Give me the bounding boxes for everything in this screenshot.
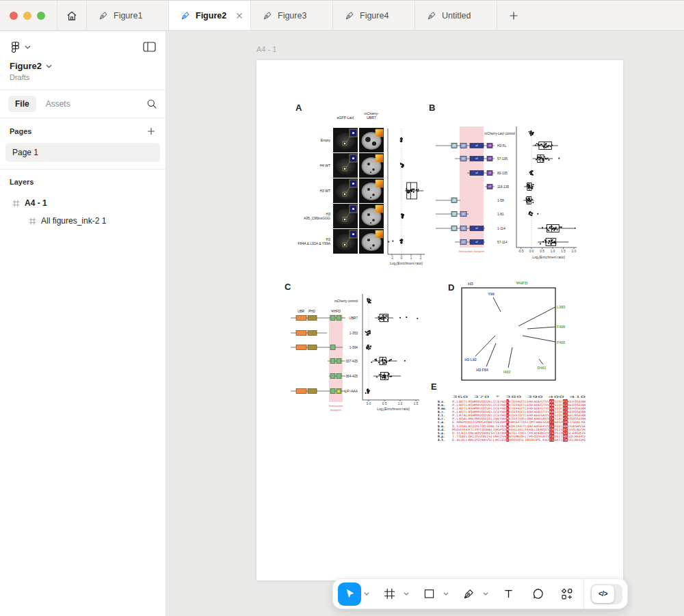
domain-label: α1 (462, 241, 465, 243)
shape-tool-menu[interactable] (440, 582, 451, 606)
domain-header: PHD (308, 310, 316, 313)
file-location: Drafts (0, 71, 166, 90)
frame-icon (12, 200, 20, 207)
frame-icon (384, 588, 395, 600)
row-label: H3 FL (497, 144, 506, 148)
chevron-down-icon[interactable] (46, 64, 52, 68)
file-icon (263, 11, 272, 21)
layer-row-a4-1[interactable]: A4 - 1 (0, 194, 166, 212)
pen-icon (463, 588, 475, 600)
tab-label: Figure2 (196, 11, 226, 21)
axis-tick-label: -1 (391, 256, 394, 260)
text-tool-button[interactable] (497, 582, 520, 606)
alignment-ruler: 360 370 * 380 390 400 410 (452, 395, 586, 399)
actions-button[interactable] (555, 582, 579, 606)
home-icon (66, 10, 78, 22)
tab-label: Figure1 (114, 11, 142, 21)
file-name[interactable]: Figure2 (10, 61, 42, 71)
search-button[interactable] (146, 98, 157, 109)
frame-tool-button[interactable] (378, 582, 401, 606)
pen-tool-button[interactable] (457, 582, 480, 606)
domain-label: α2 (475, 157, 478, 160)
plus-icon (146, 126, 156, 136)
domain-label: α3 (488, 185, 491, 188)
row-label: 80-135 (497, 172, 508, 175)
domain-label: α1 (462, 157, 465, 160)
close-window-button[interactable] (10, 12, 18, 20)
panel-d-h3-header: H3 (468, 282, 473, 286)
add-page-button[interactable] (146, 126, 156, 136)
tab-assets[interactable]: Assets (46, 99, 70, 109)
col-header: UBR7 (367, 116, 376, 120)
close-tab-icon[interactable] (236, 12, 243, 19)
row-label: F84A & L92A & Y99A (298, 241, 331, 245)
axis-tick-label: 0.0 (367, 402, 371, 405)
row-label: 1-353 (350, 332, 358, 335)
domain-label: α1 (462, 144, 465, 147)
tab-figure4[interactable]: Figure4 (333, 1, 415, 30)
panel-c: CUBRPHDΨHFDmCherry controlUBR71-3531-394… (285, 282, 419, 412)
tab-untitled[interactable]: Untitled (415, 1, 497, 30)
comment-tool-button[interactable] (526, 582, 549, 606)
footprint-label: Interaction footprint (459, 250, 485, 253)
chevron-down-icon (404, 592, 409, 595)
panel-a-label: A (295, 103, 302, 113)
home-button[interactable] (57, 1, 87, 30)
frame-title-label[interactable]: A4 - 1 (256, 45, 276, 53)
axis-tick-label: 0.5 (382, 402, 387, 405)
canvas[interactable]: A4 - 1 AeGFP-LacImCherry-UBR7EmptyH4 WTH… (167, 31, 684, 616)
file-icon (181, 11, 190, 21)
domain-label: α2 (475, 144, 478, 147)
main-menu-button[interactable] (10, 41, 31, 53)
domain-label: αN (453, 199, 456, 202)
layer-name: All figures_ink-2 1 (41, 216, 106, 226)
maximize-window-button[interactable] (37, 12, 45, 20)
domain-label: α1 (462, 213, 465, 215)
row-label: 116-135 (497, 185, 510, 189)
figure-graphic: AeGFP-LacImCherry-UBR7EmptyH4 WTH3 WTH3A… (256, 60, 623, 580)
new-tab-button[interactable] (497, 1, 530, 30)
conserved-residue: S (552, 438, 554, 442)
page-row-page-1[interactable]: Page 1 (5, 143, 160, 162)
domain-label: α3 (488, 157, 491, 160)
species-label: A.t. (438, 438, 445, 442)
row-label: 337-425 (345, 360, 358, 363)
layer-row-all-figures[interactable]: All figures_ink-2 1 (0, 212, 166, 230)
axis-tick-label: 1 (410, 256, 412, 260)
artboard[interactable]: AeGFP-LacImCherry-UBR7EmptyH4 WTH3 WTH3A… (256, 60, 623, 580)
footprint-label: footprint (330, 408, 342, 412)
move-tool-button[interactable] (338, 582, 361, 606)
col-header: eGFP-LacI (337, 116, 354, 120)
tab-figure1[interactable]: Figure1 (87, 1, 169, 30)
tab-label: Figure3 (278, 11, 306, 21)
tab-file[interactable]: File (8, 96, 36, 112)
row-label: H4 WT (319, 163, 330, 168)
domain-label: α2 (475, 241, 478, 243)
minimize-window-button[interactable] (23, 12, 31, 20)
conserved-residue: F (507, 438, 509, 442)
pen-tool-menu[interactable] (480, 582, 490, 606)
axis-tick-label: 1.0 (551, 250, 555, 253)
row-label: Empty (321, 138, 331, 142)
tab-figure2[interactable]: Figure2 (169, 1, 251, 30)
tab-figure3[interactable]: Figure3 (251, 1, 333, 30)
sidebar-toggle-button[interactable] (143, 42, 156, 52)
row-label: H3 WT (319, 189, 330, 193)
axis-tick-label: 0.0 (529, 250, 534, 253)
row-label: 1-81 (497, 213, 504, 216)
layer-name: A4 - 1 (25, 198, 47, 208)
footprint-label: Interaction (329, 404, 343, 407)
row-label: 1-58 (497, 199, 504, 202)
frame-icon (29, 217, 36, 225)
row-label: 1-114 (497, 227, 505, 230)
axis-label: Log₂[Enrichment ratio] (390, 262, 422, 265)
domain-header: UBR (298, 310, 305, 313)
domain-label: α2 (475, 227, 478, 230)
rectangle-icon (423, 588, 435, 600)
residue-label: F405 (557, 340, 565, 345)
frame-tool-menu[interactable] (401, 582, 411, 606)
dev-mode-toggle[interactable]: </> (590, 584, 622, 604)
row-label: 57-114 (497, 241, 508, 244)
shape-tool-button[interactable] (417, 582, 440, 606)
move-tool-menu[interactable] (361, 582, 371, 606)
